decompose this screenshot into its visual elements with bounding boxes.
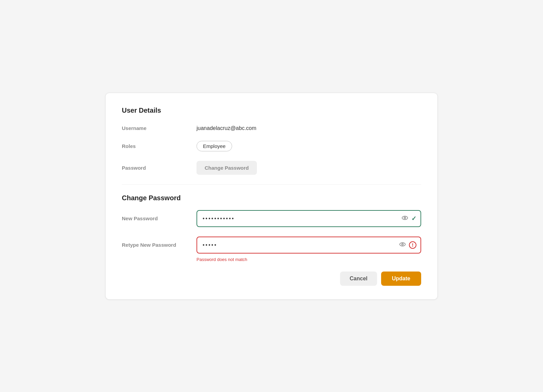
new-password-row: New Password ✓ bbox=[122, 210, 421, 227]
change-password-section: Change Password New Password ✓ bbox=[122, 194, 421, 286]
username-value: juanadelacruz@abc.com bbox=[196, 125, 256, 131]
username-label: Username bbox=[122, 125, 196, 131]
new-password-wrapper: ✓ bbox=[196, 210, 421, 227]
cancel-button[interactable]: Cancel bbox=[340, 272, 377, 286]
update-button[interactable]: Update bbox=[381, 272, 421, 286]
retype-password-error-icon: ! bbox=[409, 241, 416, 249]
retype-password-inner-row: Retype New Password ! bbox=[122, 237, 421, 254]
retype-password-wrapper: ! bbox=[196, 237, 421, 254]
retype-password-label: Retype New Password bbox=[122, 242, 196, 248]
svg-point-1 bbox=[404, 217, 406, 219]
user-details-card: User Details Username juanadelacruz@abc.… bbox=[105, 93, 438, 300]
role-badge: Employee bbox=[196, 141, 232, 151]
username-row: Username juanadelacruz@abc.com bbox=[122, 125, 421, 131]
svg-point-0 bbox=[402, 216, 408, 219]
password-row: Password Change Password bbox=[122, 161, 421, 175]
password-error-message: Password does not match bbox=[196, 257, 247, 262]
change-password-title: Change Password bbox=[122, 194, 421, 202]
new-password-eye-icon[interactable] bbox=[401, 214, 409, 223]
password-label: Password bbox=[122, 165, 196, 171]
roles-row: Roles Employee bbox=[122, 141, 421, 151]
svg-point-3 bbox=[402, 243, 404, 245]
roles-label: Roles bbox=[122, 143, 196, 149]
user-details-title: User Details bbox=[122, 107, 421, 114]
retype-password-row: Retype New Password ! Pas bbox=[122, 237, 421, 262]
retype-password-input[interactable] bbox=[196, 237, 421, 254]
new-password-check-icon: ✓ bbox=[411, 215, 416, 222]
svg-point-2 bbox=[400, 242, 406, 246]
new-password-input[interactable] bbox=[196, 210, 421, 227]
section-divider bbox=[122, 184, 421, 185]
new-password-icons: ✓ bbox=[401, 214, 416, 223]
change-password-button[interactable]: Change Password bbox=[196, 161, 257, 175]
retype-password-icons: ! bbox=[399, 241, 416, 249]
new-password-label: New Password bbox=[122, 216, 196, 221]
retype-password-eye-icon[interactable] bbox=[399, 241, 406, 249]
button-row: Cancel Update bbox=[122, 272, 421, 286]
